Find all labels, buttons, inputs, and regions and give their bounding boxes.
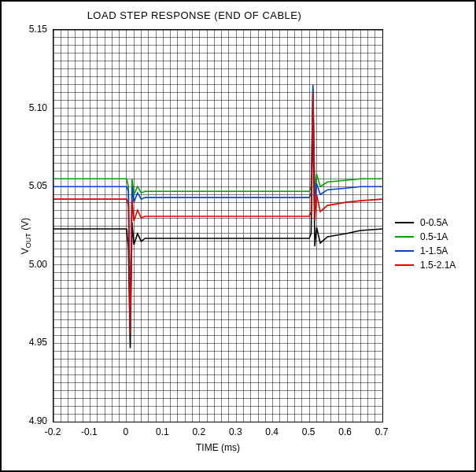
x-tick-label: 0.7: [370, 426, 393, 437]
y-tick-label: 4.90: [4, 415, 47, 426]
y-tick-label: 5.05: [4, 180, 47, 191]
y-axis-label: VOUT (V): [20, 218, 32, 254]
x-tick-label: 0.3: [223, 426, 247, 437]
x-tick-label: 0.1: [150, 426, 174, 437]
legend-label: 0.5-1A: [420, 231, 448, 242]
y-tick-label: 4.95: [4, 337, 47, 348]
legend: 0-0.5A0.5-1A1-1.5A1.5-2.1A: [395, 214, 456, 274]
legend-label: 0-0.5A: [420, 217, 448, 228]
y-tick-label: 5.00: [4, 259, 47, 270]
x-tick-label: 0.2: [187, 426, 211, 437]
series-line: [54, 85, 382, 326]
x-tick-label: 0: [114, 426, 138, 437]
legend-swatch: [395, 236, 414, 238]
series-line: [54, 93, 382, 334]
legend-swatch: [395, 264, 414, 266]
plot-area: [53, 29, 383, 422]
x-tick-label: 0.4: [260, 426, 284, 437]
series-line: [54, 109, 382, 348]
x-tick-label: 0.6: [334, 426, 357, 437]
legend-swatch: [395, 250, 414, 252]
x-axis-label: TIME (ms): [53, 442, 383, 453]
legend-item: 1.5-2.1A: [395, 260, 456, 271]
legend-label: 1-1.5A: [420, 245, 448, 256]
x-tick-label: -0.1: [77, 426, 101, 437]
legend-item: 1-1.5A: [395, 245, 456, 256]
legend-item: 0-0.5A: [395, 217, 456, 228]
x-tick-label: 0.5: [297, 426, 320, 437]
legend-label: 1.5-2.1A: [420, 260, 456, 271]
y-tick-label: 5.10: [4, 102, 47, 113]
x-tick-label: -0.2: [41, 426, 65, 437]
legend-swatch: [395, 222, 414, 223]
legend-item: 0.5-1A: [395, 231, 456, 242]
data-series: [54, 30, 382, 422]
chart-container: LOAD STEP RESPONSE (END OF CABLE) VOUT (…: [0, 0, 476, 472]
chart-title: LOAD STEP RESPONSE (END OF CABLE): [2, 9, 387, 21]
series-line: [54, 88, 382, 323]
y-tick-label: 5.15: [4, 24, 47, 35]
